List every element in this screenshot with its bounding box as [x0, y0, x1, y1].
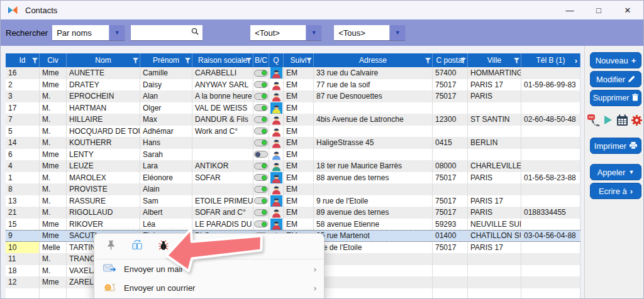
column-header-c-postal[interactable]: C postal: [433, 53, 468, 67]
cell-q: [269, 160, 284, 172]
edit-button[interactable]: Modifier: [590, 71, 641, 87]
cell-tel: 03-04-56-04-88: [521, 231, 580, 241]
filter-funnel-icon[interactable]: [133, 57, 138, 66]
table-row[interactable]: 15MmeRIKOVERLéaLE PARADIS DU FREM58 aven…: [6, 219, 580, 231]
table-row[interactable]: 5M.HOCQUARD DE TOUAdhémarWork and C°EM: [6, 126, 580, 138]
cell-q: [269, 79, 284, 91]
filter-tous-dropdown[interactable]: <Tous> ▼: [334, 25, 405, 40]
cell-cp: 0415: [433, 137, 468, 149]
column-header-adresse[interactable]: Adresse: [314, 53, 433, 67]
chevron-down-icon[interactable]: ▼: [109, 25, 125, 40]
print-button[interactable]: Imprimer: [590, 138, 641, 154]
cell-cp: 01400: [433, 231, 468, 241]
bc-toggle[interactable]: [254, 197, 268, 204]
bc-toggle[interactable]: [254, 116, 268, 123]
cell-suivi: EM: [284, 90, 314, 102]
cell-q: [269, 67, 284, 79]
bc-toggle[interactable]: [254, 186, 268, 193]
search-box[interactable]: [131, 25, 203, 40]
pin-icon[interactable]: [106, 239, 116, 253]
new-button[interactable]: Nouveau +: [590, 52, 641, 68]
table-row[interactable]: 7M.HILLAIREMaxDANDUR & FilsEM4bis Avenue…: [6, 114, 580, 126]
cell-q: [269, 126, 284, 138]
cell-prenom: Hans: [140, 137, 192, 149]
cell-cp: [433, 126, 468, 138]
table-row[interactable]: 8M.PROVISTEAlainEM: [6, 183, 580, 195]
bc-toggle[interactable]: [254, 174, 268, 181]
copy-icon[interactable]: [131, 239, 143, 253]
bc-toggle[interactable]: [254, 104, 268, 111]
bc-toggle[interactable]: [254, 139, 268, 146]
cell-bc: [253, 67, 269, 79]
gear-icon[interactable]: [631, 114, 643, 129]
column-header-nom[interactable]: Nom: [67, 53, 140, 67]
cell-id: 12: [6, 276, 40, 288]
table-row[interactable]: 16MmeAUNETTECamilleCARABELLIEM33 rue du …: [6, 67, 580, 79]
column-header-label: Q: [273, 56, 279, 65]
bc-toggle[interactable]: [254, 128, 268, 134]
minimize-button[interactable]: —: [555, 1, 584, 19]
delete-button[interactable]: Supprimer: [590, 90, 641, 106]
filter-funnel-icon[interactable]: [246, 57, 252, 66]
chevron-down-icon[interactable]: ▼: [306, 25, 321, 40]
send-icon[interactable]: [603, 114, 613, 128]
chevron-down-icon[interactable]: ▼: [389, 25, 405, 40]
column-header-q[interactable]: Q: [269, 53, 284, 67]
filter-funnel-icon[interactable]: [32, 57, 38, 66]
filter-funnel-icon[interactable]: [306, 57, 312, 66]
table-row[interactable]: 13M.RASSURESamETOILE PRIMEURSEM9 rue de …: [6, 195, 580, 207]
bc-toggle[interactable]: [254, 81, 268, 88]
cell-prenom: Alan: [140, 90, 192, 102]
search-mode-dropdown[interactable]: Par noms ▼: [52, 25, 125, 40]
table-row[interactable]: 17M.HARTMANOlgerVAL DE WEISSEM: [6, 102, 580, 114]
column-header-suivi[interactable]: Suivi: [284, 53, 314, 67]
table-row[interactable]: 2MmeDRATEYDaisyANYWAY SARLEM77 rue de la…: [6, 79, 580, 91]
delete-button-label: Supprimer: [593, 94, 630, 102]
filter-funnel-icon[interactable]: [514, 57, 519, 66]
cell-civ: M.: [40, 183, 67, 195]
call-button[interactable]: Appeler ▼: [590, 164, 641, 180]
write-to-button[interactable]: Ecrire à ›: [590, 183, 641, 199]
phone-chat-icon[interactable]: [587, 114, 601, 129]
column-header-t-l-b-1-[interactable]: Tél B (1)›: [521, 53, 580, 67]
cell-cp: 75017: [433, 79, 468, 91]
table-row[interactable]: 3M.EPROCHEINAlanA la bonne heureEM87 rue…: [6, 90, 580, 102]
chevron-right-icon: ›: [630, 187, 633, 196]
column-header-ville[interactable]: Ville: [468, 53, 521, 67]
column-header-civ[interactable]: Civ: [40, 53, 67, 67]
cell-suivi: EM: [284, 149, 314, 161]
table-row[interactable]: 6MmeLENTYSarahEM: [6, 149, 580, 161]
filter-funnel-icon[interactable]: [425, 57, 431, 66]
column-header-raison-sociale[interactable]: Raison sociale: [192, 53, 253, 67]
close-button[interactable]: ✕: [613, 1, 642, 19]
table-row[interactable]: 21M.RIGOLLAUDAlbertSOFAR and C°EM89 aven…: [6, 207, 580, 219]
bc-toggle[interactable]: [254, 151, 268, 158]
filter-funnel-icon[interactable]: [460, 57, 466, 66]
table-row[interactable]: 4MmeLEUZELaraANTIKOREM18 ter rue Maurice…: [6, 160, 580, 172]
table-row[interactable]: 14M.KOUTHERRHansEMHaligeStrasse 450415BE…: [6, 137, 580, 149]
search-input[interactable]: [134, 28, 191, 38]
cell-prenom: Olger: [140, 102, 192, 114]
calendar-icon[interactable]: [616, 114, 628, 129]
filter-funnel-icon[interactable]: [185, 57, 191, 66]
maximize-button[interactable]: □: [584, 1, 613, 19]
filter-tout-dropdown[interactable]: <Tout> ▼: [250, 25, 321, 40]
cell-civ: M.: [40, 114, 67, 126]
table-row[interactable]: 1M.MAROLEXEléonoreSOFAREM88 avenue des t…: [6, 172, 580, 184]
cell-civ: Mme: [40, 219, 67, 231]
bc-toggle[interactable]: [254, 220, 268, 227]
contact-avatar-icon: [270, 126, 282, 137]
column-header-b-c[interactable]: B/C: [253, 53, 269, 67]
scroll-columns-chevron-icon[interactable]: ›: [575, 56, 577, 65]
cell-id: 21: [6, 207, 40, 219]
bc-toggle[interactable]: [254, 70, 268, 77]
bc-toggle[interactable]: [254, 93, 268, 100]
column-header-label: B/C: [255, 56, 267, 65]
contact-avatar-icon: [270, 195, 282, 207]
bc-toggle[interactable]: [254, 209, 268, 216]
cell-civ: Melle: [40, 242, 67, 254]
column-header-id[interactable]: Id: [6, 53, 40, 67]
cell-bc: [253, 114, 269, 126]
bc-toggle[interactable]: [254, 163, 268, 170]
column-header-pr-nom[interactable]: Prénom: [140, 53, 192, 67]
